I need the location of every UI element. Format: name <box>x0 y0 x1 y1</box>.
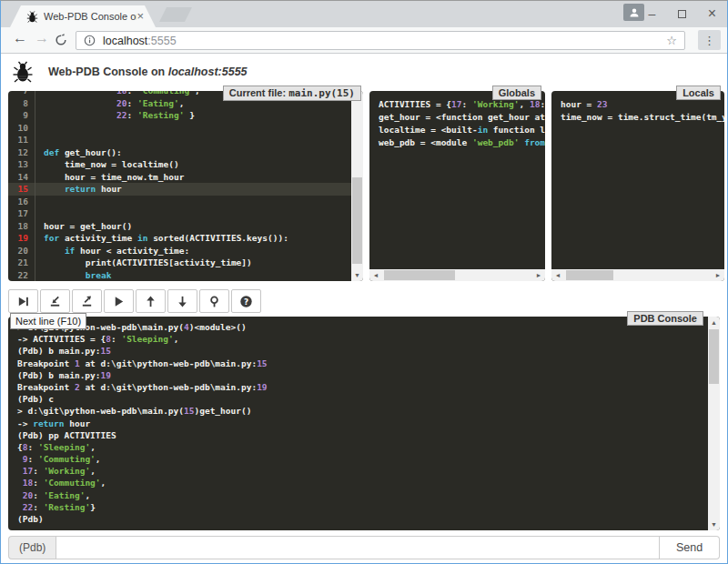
scroll-right-arrow[interactable]: ► <box>712 272 724 278</box>
token: in <box>478 125 488 135</box>
line-number[interactable]: 12 <box>8 146 35 159</box>
token: 15 <box>257 358 267 368</box>
token: : <box>33 466 43 476</box>
step-into-button[interactable] <box>40 289 70 313</box>
console-line: 17: 'Working', <box>17 465 699 477</box>
pdb-console-panel: PDB Console > d:\git\python-web-pdb\main… <box>8 317 720 530</box>
url-host: localhost <box>103 35 147 47</box>
command-input[interactable] <box>56 536 660 559</box>
globals-horizontal-scrollbar[interactable]: ◄ ► <box>369 269 545 281</box>
address-bar[interactable]: localhost:5555 ☆ <box>76 31 685 50</box>
url-text: localhost:5555 <box>103 35 666 47</box>
locals-content: hour = 23time_now = time.struct_time(tm_… <box>551 91 724 269</box>
scroll-left-arrow[interactable]: ◄ <box>369 272 382 278</box>
token: -> <box>17 418 33 428</box>
back-icon[interactable]: ← <box>13 30 27 46</box>
line-number[interactable]: 16 <box>8 196 35 208</box>
continue-button[interactable] <box>104 289 134 313</box>
reload-icon[interactable] <box>55 34 67 46</box>
new-tab-button[interactable] <box>159 7 192 22</box>
token: 22 <box>116 110 126 120</box>
line-number[interactable]: 22 <box>8 269 35 282</box>
token: 'Commuting' <box>137 91 195 96</box>
line-number[interactable]: 17 <box>8 207 35 220</box>
line-number[interactable]: 21 <box>8 257 35 269</box>
token: : <box>33 478 43 488</box>
scroll-right-arrow[interactable]: ► <box>532 272 545 278</box>
code-text: hour = get_hour() <box>35 220 132 233</box>
token: , <box>85 490 90 500</box>
current-file-name: main.py(15) <box>288 87 355 99</box>
step-out-button[interactable] <box>72 289 102 313</box>
info-icon[interactable] <box>84 35 96 46</box>
send-button[interactable]: Send <box>660 536 720 559</box>
help-button[interactable]: ? <box>231 289 261 313</box>
token: : <box>127 110 137 120</box>
locals-horizontal-scrollbar[interactable]: ◄ ► <box>551 269 724 281</box>
tab-title: Web-PDB Console on loc <box>44 11 136 22</box>
breakpoint-line-number[interactable]: 15 <box>8 183 35 196</box>
browser-toolbar: ← → localhost:5555 ☆ ⋮ <box>1 27 727 54</box>
code-lines: 7 18: 'Commuting',8 20: 'Eating',9 22: '… <box>8 91 351 281</box>
token: Breakpoint <box>17 358 75 368</box>
token: 'Working' <box>44 466 90 476</box>
global-variable-line: get_hour = <function get_hour at 0 <box>379 111 536 124</box>
line-number[interactable]: 18 <box>8 220 35 233</box>
scroll-thumb[interactable] <box>709 329 719 384</box>
bookmark-star-icon[interactable]: ☆ <box>666 34 677 47</box>
line-number[interactable]: 10 <box>8 122 35 135</box>
web-pdb-page: Web-PDB Console on localhost:5555 Curren… <box>1 54 727 563</box>
breakpoint-line-number[interactable]: 19 <box>8 232 35 245</box>
scroll-down-arrow[interactable]: ▼ <box>708 519 720 530</box>
token: web_pdb = <module <box>379 137 472 147</box>
scroll-thumb[interactable] <box>384 270 455 280</box>
local-variable-line: hour = 23 <box>561 98 715 111</box>
line-number[interactable]: 9 <box>8 109 35 122</box>
token: > d:\git\python-web-pdb\main.py( <box>17 406 184 416</box>
code-viewport[interactable]: 7 18: 'Commuting',8 20: 'Eating',9 22: '… <box>8 91 351 281</box>
code-line: 22 break <box>8 269 351 282</box>
global-variable-line: localtime = <built-in function loc <box>379 124 536 136</box>
next-line-button[interactable] <box>8 289 38 313</box>
code-line: 15 return hour <box>8 183 351 196</box>
up-stack-button[interactable] <box>136 289 166 313</box>
local-variable-line: time_now = time.struct_time(tm_yea <box>561 111 715 124</box>
token: , <box>519 99 529 109</box>
down-stack-button[interactable] <box>167 289 197 313</box>
help-icon: ? <box>239 295 253 308</box>
console-line: > d:\git\python-web-pdb\main.py(4)<modul… <box>17 321 699 333</box>
next-line-tooltip: Next line (F10) <box>10 313 86 329</box>
console-vertical-scrollbar[interactable]: ▲ ▼ <box>708 317 720 530</box>
scroll-up-arrow[interactable]: ▲ <box>708 317 720 328</box>
close-button[interactable]: × <box>697 1 727 26</box>
globals-label: Globals <box>492 86 541 100</box>
token: 'Resting' <box>137 110 184 120</box>
token: 18 <box>530 99 540 109</box>
token <box>44 184 65 194</box>
console-output[interactable]: > d:\git\python-web-pdb\main.py(4)<modul… <box>8 317 708 530</box>
code-text <box>35 134 44 146</box>
line-number[interactable]: 13 <box>8 158 35 171</box>
line-number[interactable]: 14 <box>8 171 35 184</box>
minimize-button[interactable]: – <box>637 1 667 26</box>
maximize-icon <box>678 10 686 18</box>
token: 19 <box>101 370 111 380</box>
tab-close-icon[interactable]: × <box>136 8 144 24</box>
kebab-menu-icon: ⋮ <box>703 34 715 47</box>
line-number[interactable]: 8 <box>8 97 35 110</box>
token: 23 <box>597 99 607 109</box>
scroll-thumb[interactable] <box>352 177 362 264</box>
browser-tab[interactable]: Web-PDB Console on loc × <box>10 5 156 27</box>
browser-menu-button[interactable]: ⋮ <box>698 30 721 50</box>
code-line: 17 <box>8 207 351 220</box>
maximize-button[interactable] <box>667 1 697 26</box>
code-text: break <box>35 269 111 282</box>
token: from <box>524 137 545 147</box>
scroll-left-arrow[interactable]: ◄ <box>551 272 564 278</box>
line-number[interactable]: 11 <box>8 134 35 146</box>
scroll-thumb[interactable] <box>566 270 613 280</box>
code-vertical-scrollbar[interactable]: ▲ ▼ <box>351 91 363 281</box>
where-button[interactable] <box>199 289 229 313</box>
scroll-down-arrow[interactable]: ▼ <box>351 269 363 281</box>
line-number[interactable]: 20 <box>8 245 35 257</box>
